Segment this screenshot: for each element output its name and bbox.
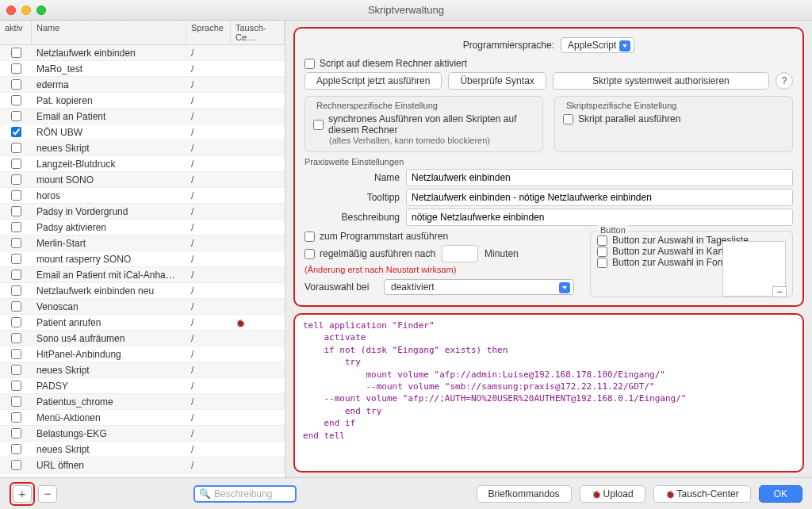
row-tausch <box>231 258 285 261</box>
help-button[interactable]: ? <box>776 72 793 90</box>
table-row[interactable]: PADSY/ <box>0 378 285 394</box>
row-active-checkbox[interactable] <box>11 190 21 201</box>
row-active-checkbox[interactable] <box>11 317 21 327</box>
name-field[interactable] <box>406 169 793 186</box>
table-row[interactable]: Venoscan/ <box>0 299 285 315</box>
table-row[interactable]: HitPanel-Anbindung/ <box>0 346 285 362</box>
parallel-checkbox[interactable] <box>563 114 573 124</box>
row-sprache: / <box>186 411 231 425</box>
table-row[interactable]: horos/ <box>0 188 285 204</box>
table-row[interactable]: Padsy aktivieren/ <box>0 220 285 235</box>
table-row[interactable]: neues Skript/ <box>0 140 285 156</box>
tooltip-field[interactable] <box>406 189 793 206</box>
lang-select[interactable]: AppleScript <box>561 37 634 53</box>
row-active-checkbox[interactable] <box>11 396 21 407</box>
row-active-checkbox[interactable] <box>11 333 21 343</box>
sync-checkbox[interactable] <box>313 120 324 130</box>
row-sprache: / <box>186 220 231 235</box>
regular-checkbox[interactable] <box>304 249 315 259</box>
preselect-select[interactable]: deaktiviert <box>384 279 574 295</box>
briefkommandos-button[interactable]: Briefkommandos <box>477 485 572 503</box>
table-row[interactable]: Email an Patient/ <box>0 109 285 124</box>
row-active-checkbox[interactable] <box>11 111 21 121</box>
row-active-checkbox[interactable] <box>11 301 21 312</box>
table-row[interactable]: Padsy in Vordergrund/ <box>0 204 285 220</box>
table-row[interactable]: Patientus_chrome/ <box>0 394 285 410</box>
desc-field[interactable] <box>406 209 793 226</box>
table-row[interactable]: Email an Patient mit iCal-Anha…/ <box>0 267 285 283</box>
row-name: Menü-Aktionen <box>32 411 186 425</box>
search-input[interactable]: 🔍 Beschreibung <box>193 485 297 503</box>
row-active-checkbox[interactable] <box>11 460 21 470</box>
row-active-checkbox[interactable] <box>11 444 21 454</box>
authorize-button[interactable]: Skripte systemweit authorisieren <box>553 72 769 90</box>
code-editor[interactable]: tell application "Finder" activate if no… <box>293 313 804 473</box>
row-active-checkbox[interactable] <box>11 270 21 280</box>
row-active-checkbox[interactable] <box>11 349 21 359</box>
btn-formular-checkbox[interactable] <box>597 258 607 268</box>
table-row[interactable]: Menü-Aktionen/ <box>0 410 285 426</box>
row-tausch <box>231 400 285 404</box>
table-row[interactable]: neues Skript/ <box>0 442 285 457</box>
table-row[interactable]: mount rasperry SONO/ <box>0 251 285 267</box>
row-name: Patient anrufen <box>32 316 186 330</box>
col-name[interactable]: Name <box>32 21 186 44</box>
row-active-checkbox[interactable] <box>11 48 21 58</box>
btn-tagesliste-checkbox[interactable] <box>597 235 607 246</box>
row-active-checkbox[interactable] <box>11 79 21 90</box>
row-active-checkbox[interactable] <box>11 381 21 391</box>
row-active-checkbox[interactable] <box>11 174 21 185</box>
col-sprache[interactable]: Sprache <box>186 21 231 44</box>
row-active-checkbox[interactable] <box>11 222 21 232</box>
row-name: neues Skript <box>32 442 186 457</box>
table-row[interactable]: mount SONO/ <box>0 172 285 188</box>
add-script-button[interactable]: + <box>13 485 32 503</box>
row-active-checkbox[interactable] <box>11 428 21 438</box>
upload-button[interactable]: 🐞Upload <box>580 485 645 503</box>
active-checkbox[interactable] <box>304 59 315 69</box>
row-active-checkbox[interactable] <box>11 238 21 248</box>
row-active-checkbox[interactable] <box>11 159 21 169</box>
row-active-checkbox[interactable] <box>11 254 21 264</box>
row-active-checkbox[interactable] <box>11 95 21 105</box>
startup-checkbox[interactable] <box>304 232 315 242</box>
remove-script-button[interactable]: − <box>38 485 57 503</box>
table-row[interactable]: MaRo_test/ <box>0 61 285 77</box>
code-content[interactable]: tell application "Finder" activate if no… <box>303 320 795 442</box>
row-active-checkbox[interactable] <box>11 412 21 423</box>
row-active-checkbox[interactable] <box>11 143 21 153</box>
ok-button[interactable]: OK <box>759 485 802 503</box>
table-row[interactable]: Belastungs-EKG/ <box>0 426 285 442</box>
row-active-checkbox[interactable] <box>11 127 21 137</box>
row-active-checkbox[interactable] <box>11 365 21 375</box>
table-row[interactable]: Patient anrufen/🐞 <box>0 315 285 331</box>
parallel-label: Skript parallel ausführen <box>578 113 680 124</box>
row-tausch <box>231 289 285 293</box>
row-active-checkbox[interactable] <box>11 206 21 216</box>
row-tausch: 🐞 <box>231 316 285 330</box>
row-active-checkbox[interactable] <box>11 63 21 74</box>
table-row[interactable]: neues Skript/ <box>0 362 285 378</box>
col-tausch[interactable]: Tausch-Ce… <box>231 21 285 44</box>
table-row[interactable]: RÖN UBW/ <box>0 124 285 140</box>
table-row[interactable]: Netzlaufwerk einbinden neu/ <box>0 283 285 299</box>
row-tausch <box>231 242 285 245</box>
table-row[interactable]: Langzeit-Blutdruck/ <box>0 156 285 172</box>
remove-preview-button[interactable]: − <box>772 286 787 297</box>
table-row[interactable]: Pat. kopieren/ <box>0 93 285 109</box>
tausch-center-button[interactable]: 🐞Tausch-Center <box>653 485 751 503</box>
table-row[interactable]: ederma/ <box>0 77 285 93</box>
row-active-checkbox[interactable] <box>11 285 21 296</box>
table-row[interactable]: Netzlaufwerk einbinden/ <box>0 45 285 61</box>
table-row[interactable]: Merlin-Start/ <box>0 235 285 251</box>
minutes-field[interactable] <box>442 245 478 262</box>
table-row[interactable]: URL öffnen/ <box>0 457 285 473</box>
row-sprache: / <box>186 189 231 203</box>
run-button[interactable]: AppleScript jetzt ausführen <box>304 72 442 90</box>
btn-kartei-checkbox[interactable] <box>597 247 607 257</box>
row-name: Email an Patient mit iCal-Anha… <box>32 268 186 282</box>
table-row[interactable]: Sono us4 aufräumen/ <box>0 331 285 346</box>
syntax-button[interactable]: Überprüfe Syntax <box>448 72 546 90</box>
col-aktiv[interactable]: aktiv <box>0 21 32 44</box>
script-list: aktiv Name Sprache Tausch-Ce… Netzlaufwe… <box>0 21 285 477</box>
